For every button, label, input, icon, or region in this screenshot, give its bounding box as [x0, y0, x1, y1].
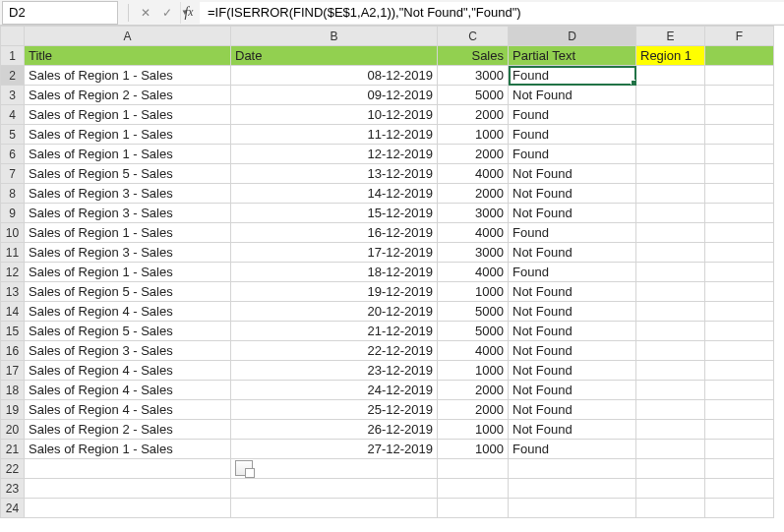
cell-blank[interactable] — [705, 440, 774, 459]
cell-sales[interactable]: 2000 — [438, 381, 509, 400]
formula-bar[interactable] — [200, 2, 784, 24]
cell-blank[interactable] — [705, 204, 774, 223]
cell-date[interactable]: 13-12-2019 — [231, 164, 438, 184]
row-header[interactable]: 1 — [1, 46, 25, 66]
cell-sales[interactable]: 1000 — [438, 361, 509, 381]
cell-blank[interactable] — [705, 282, 774, 302]
row-header[interactable]: 10 — [1, 223, 25, 243]
row-header[interactable]: 5 — [1, 125, 25, 145]
cell-blank[interactable] — [705, 46, 774, 66]
cell-blank[interactable] — [705, 263, 774, 282]
row-header[interactable]: 19 — [1, 400, 25, 420]
cell-blank[interactable] — [438, 459, 509, 479]
cell-date[interactable]: 10-12-2019 — [231, 105, 438, 125]
cell-blank[interactable] — [509, 499, 636, 518]
cell-date[interactable]: 15-12-2019 — [231, 204, 438, 223]
row-header[interactable]: 3 — [1, 86, 25, 105]
cell-sales[interactable]: 2000 — [438, 184, 509, 204]
cell-blank[interactable] — [25, 479, 231, 499]
cell-partial[interactable]: Found — [509, 263, 636, 282]
cell-date[interactable]: 19-12-2019 — [231, 282, 438, 302]
cell-partial[interactable]: Not Found — [509, 204, 636, 223]
row-header[interactable]: 24 — [1, 499, 25, 518]
col-header-F[interactable]: F — [705, 27, 774, 46]
enter-icon[interactable]: ✓ — [158, 4, 176, 22]
row-header[interactable]: 6 — [1, 145, 25, 164]
cell-sales[interactable]: 3000 — [438, 66, 509, 86]
row-header[interactable]: 13 — [1, 282, 25, 302]
cell-blank[interactable] — [636, 263, 705, 282]
row-header[interactable]: 23 — [1, 479, 25, 499]
cell-partial[interactable]: Found — [509, 440, 636, 459]
cell-date[interactable]: 25-12-2019 — [231, 400, 438, 420]
cell-title[interactable]: Sales of Region 1 - Sales — [25, 223, 231, 243]
cell-date[interactable]: 24-12-2019 — [231, 381, 438, 400]
cell-date[interactable]: 26-12-2019 — [231, 420, 438, 440]
cell-title[interactable]: Sales of Region 1 - Sales — [25, 145, 231, 164]
cell-blank[interactable] — [636, 341, 705, 361]
cell-blank[interactable] — [438, 479, 509, 499]
cell-partial[interactable]: Found — [509, 125, 636, 145]
cell-sales[interactable]: 4000 — [438, 164, 509, 184]
cell-date[interactable]: 23-12-2019 — [231, 361, 438, 381]
cell-title[interactable]: Sales of Region 1 - Sales — [25, 440, 231, 459]
cell-title[interactable]: Sales of Region 3 - Sales — [25, 341, 231, 361]
cell-sales[interactable]: 2000 — [438, 145, 509, 164]
cell-partial[interactable]: Not Found — [509, 341, 636, 361]
cell-blank[interactable] — [636, 440, 705, 459]
col-header-E[interactable]: E — [636, 27, 705, 46]
cell-blank[interactable] — [705, 499, 774, 518]
cell-date[interactable]: 14-12-2019 — [231, 184, 438, 204]
cell-title[interactable]: Sales of Region 1 - Sales — [25, 105, 231, 125]
cell-lookup-header[interactable]: Region 1 — [636, 46, 705, 66]
cell-title[interactable]: Sales of Region 5 - Sales — [25, 282, 231, 302]
cell-blank[interactable] — [231, 459, 438, 479]
fx-icon[interactable]: fx — [180, 4, 198, 22]
cell-blank[interactable] — [705, 459, 774, 479]
cell-title[interactable]: Sales of Region 2 - Sales — [25, 420, 231, 440]
cell-blank[interactable] — [509, 459, 636, 479]
cell-blank[interactable] — [636, 499, 705, 518]
cell-title[interactable]: Sales of Region 1 - Sales — [25, 263, 231, 282]
row-header[interactable]: 12 — [1, 263, 25, 282]
cell-title[interactable]: Sales of Region 4 - Sales — [25, 381, 231, 400]
cell-title[interactable]: Sales of Region 4 - Sales — [25, 302, 231, 322]
cell-partial[interactable]: Found — [509, 145, 636, 164]
cell-partial[interactable]: Not Found — [509, 322, 636, 341]
cell-blank[interactable] — [636, 105, 705, 125]
cell-blank[interactable] — [636, 400, 705, 420]
row-header[interactable]: 4 — [1, 105, 25, 125]
cell-blank[interactable] — [636, 164, 705, 184]
cell-date[interactable]: 17-12-2019 — [231, 243, 438, 263]
cell-blank[interactable] — [705, 86, 774, 105]
cell-date[interactable]: 11-12-2019 — [231, 125, 438, 145]
cell-sales[interactable]: 5000 — [438, 86, 509, 105]
cell-blank[interactable] — [705, 322, 774, 341]
cell-partial[interactable]: Not Found — [509, 243, 636, 263]
cell-date[interactable]: 21-12-2019 — [231, 322, 438, 341]
cell-sales[interactable]: 1000 — [438, 420, 509, 440]
cell-blank[interactable] — [705, 420, 774, 440]
cell-date[interactable]: 08-12-2019 — [231, 66, 438, 86]
row-header[interactable]: 11 — [1, 243, 25, 263]
cancel-icon[interactable]: ✕ — [137, 4, 154, 22]
cell-sales[interactable]: 3000 — [438, 243, 509, 263]
cell-blank[interactable] — [636, 322, 705, 341]
cell-date-header[interactable]: Date — [231, 46, 438, 66]
cell-date[interactable]: 18-12-2019 — [231, 263, 438, 282]
cell-title[interactable]: Sales of Region 4 - Sales — [25, 361, 231, 381]
cell-title[interactable]: Sales of Region 1 - Sales — [25, 66, 231, 86]
row-header[interactable]: 21 — [1, 440, 25, 459]
cell-sales[interactable]: 3000 — [438, 204, 509, 223]
cell-sales[interactable]: 5000 — [438, 302, 509, 322]
cell-sales[interactable]: 4000 — [438, 263, 509, 282]
cell-title[interactable]: Sales of Region 5 - Sales — [25, 164, 231, 184]
cell-blank[interactable] — [231, 499, 438, 518]
cell-blank[interactable] — [705, 66, 774, 86]
cell-date[interactable]: 20-12-2019 — [231, 302, 438, 322]
cell-sales[interactable]: 2000 — [438, 400, 509, 420]
cell-blank[interactable] — [705, 184, 774, 204]
row-header[interactable]: 18 — [1, 381, 25, 400]
cell-blank[interactable] — [636, 223, 705, 243]
cell-title[interactable]: Sales of Region 1 - Sales — [25, 125, 231, 145]
